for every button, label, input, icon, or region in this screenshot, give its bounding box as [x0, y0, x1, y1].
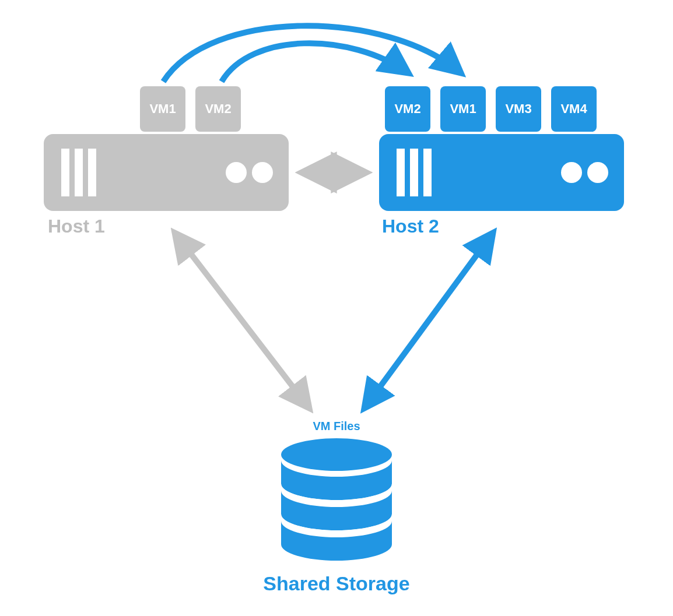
svg-rect-3 [88, 149, 96, 196]
svg-point-10 [561, 162, 582, 183]
host2-vm2: VM2 [385, 86, 430, 132]
host1-label: Host 1 [48, 216, 105, 237]
svg-point-4 [226, 162, 247, 183]
host2-vm3: VM3 [496, 86, 541, 132]
vm-label: VM3 [505, 101, 531, 117]
vm-label: VM1 [450, 101, 476, 117]
host1-server-icon [44, 134, 289, 211]
vm-files-label: VM Files [292, 420, 381, 433]
host1-vm1: VM1 [140, 86, 185, 132]
svg-rect-9 [423, 149, 432, 196]
vm-label: VM4 [560, 101, 587, 117]
migration-arrow-vm1 [163, 26, 461, 82]
vm-label: VM1 [149, 101, 176, 117]
host1-storage-link [175, 233, 309, 408]
svg-rect-2 [75, 149, 83, 196]
host2-storage-link [364, 233, 493, 408]
vm-label: VM2 [205, 101, 231, 117]
vm-label: VM2 [394, 101, 420, 117]
shared-storage-icon [281, 438, 392, 561]
migration-arrow-vm2 [222, 43, 408, 82]
host2-vm4: VM4 [551, 86, 597, 132]
svg-point-12 [281, 438, 392, 471]
svg-point-5 [252, 162, 273, 183]
host2-vm1: VM1 [440, 86, 486, 132]
host1-vm2: VM2 [195, 86, 241, 132]
shared-storage-label: Shared Storage [233, 572, 440, 595]
svg-rect-8 [410, 149, 418, 196]
diagram-stage: VM1 VM2 VM2 VM1 VM3 VM4 Host 1 Host 2 VM… [0, 0, 673, 616]
svg-rect-7 [397, 149, 405, 196]
svg-point-11 [587, 162, 608, 183]
host2-label: Host 2 [382, 216, 439, 237]
host2-server-icon [379, 134, 624, 211]
svg-rect-1 [61, 149, 69, 196]
